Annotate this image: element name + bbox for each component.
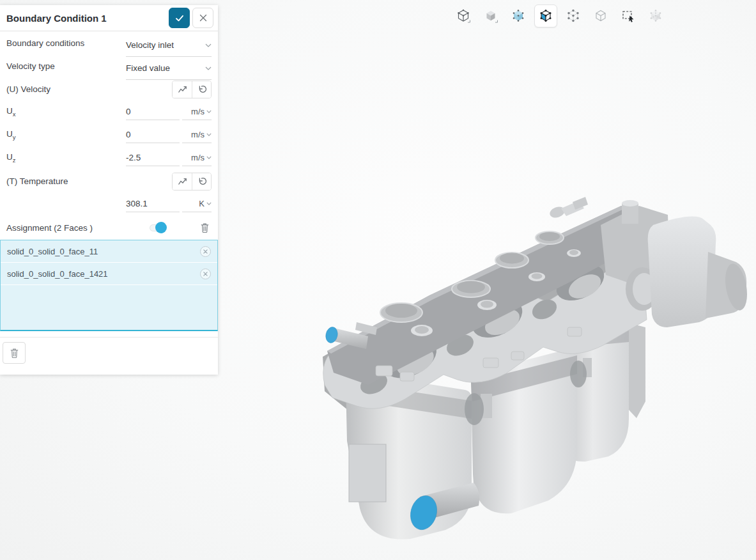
assignment-toggle[interactable] [150,222,167,233]
select-vertex-icon [566,8,581,24]
row-temperature: (T) Temperature [0,169,218,192]
boundary-conditions-select[interactable]: Velocity inlet [126,34,212,57]
close-icon [199,14,207,22]
boundary-condition-panel: Boundary Condition 1 Boundary conditions… [0,5,218,375]
tool-select-hidden[interactable] [644,4,667,27]
uz-unit-value: m/s [191,153,204,162]
face-name: solid_0_solid_0_face_1421 [7,269,200,279]
delete-boundary-condition-button[interactable] [3,342,26,364]
box-select-icon [621,8,636,24]
uy-unit-value: m/s [191,130,204,139]
trash-icon [200,222,210,233]
close-icon [203,272,208,276]
boundary-conditions-value: Velocity inlet [126,40,205,50]
assignment-clear-button[interactable] [197,221,212,235]
row-assignment: Assignment (2 Faces ) [0,215,218,240]
select-edge-icon [593,8,608,24]
row-uz: Uz -2.5 m/s [0,146,218,169]
uz-input[interactable]: -2.5 [126,149,180,166]
ux-unit-value: m/s [191,107,204,116]
close-icon [203,249,208,254]
u-velocity-chart-button[interactable] [173,81,192,98]
toggle-knob [155,222,167,233]
tool-select-vertex[interactable] [562,4,585,27]
tool-shaded-view[interactable] [479,4,502,27]
temperature-unit-value: K [199,199,204,208]
row-boundary-conditions: Boundary conditions Velocity inlet [0,31,218,54]
panel-header: Boundary Condition 1 [0,5,218,31]
panel-title: Boundary Condition 1 [6,13,169,24]
select-hidden-icon [648,8,663,24]
confirm-button[interactable] [169,8,190,28]
uz-unit-select[interactable]: m/s [182,149,212,166]
panel-footer [0,337,218,370]
view-toolbar [452,4,667,27]
tool-view-cube[interactable] [452,4,475,27]
uy-input[interactable]: 0 [126,126,180,143]
ux-label: Ux [6,106,212,118]
u-velocity-actions [172,81,212,98]
chevron-down-icon [206,156,212,159]
view-cube-icon [456,8,471,24]
chevron-down-icon [205,66,212,70]
uz-label: Uz [6,152,212,164]
chart-icon [178,177,187,186]
uy-unit-select[interactable]: m/s [182,126,212,143]
velocity-type-select[interactable]: Fixed value [126,57,212,80]
temperature-reset-button[interactable] [192,173,211,190]
row-uy: Uy 0 m/s [0,123,218,146]
cancel-button[interactable] [192,8,213,28]
ux-input[interactable]: 0 [126,103,180,120]
chart-icon [178,85,187,94]
temperature-input[interactable]: 308.1 [126,195,180,212]
face-remove-button[interactable] [200,246,211,257]
check-icon [175,14,184,22]
shaded-view-icon [483,8,498,24]
row-temperature-value: 308.1 K [0,192,218,215]
select-face-icon [538,8,553,24]
temperature-actions [172,173,212,191]
u-velocity-reset-button[interactable] [192,81,211,98]
temperature-unit-select[interactable]: K [182,195,212,212]
chevron-down-icon [206,110,212,113]
face-list-item[interactable]: solid_0_solid_0_face_1421 [1,263,217,285]
uy-label: Uy [6,129,212,141]
ux-unit-select[interactable]: m/s [182,103,212,120]
velocity-type-value: Fixed value [126,63,205,73]
row-ux: Ux 0 m/s [0,100,218,123]
tool-box-select[interactable] [617,4,640,27]
temperature-chart-button[interactable] [173,173,192,190]
app: Boundary Condition 1 Boundary conditions… [0,0,756,560]
tool-select-edge[interactable] [589,4,612,27]
face-list-item[interactable]: solid_0_solid_0_face_11 [1,240,217,263]
tool-select-volume[interactable] [507,4,530,27]
assignment-label: Assignment (2 Faces ) [6,223,150,233]
row-velocity-type: Velocity type Fixed value [0,54,218,77]
chevron-down-icon [206,202,212,205]
chevron-down-icon [206,133,212,136]
undo-icon [197,177,206,186]
model-fin [628,323,645,418]
select-volume-icon [511,8,526,24]
assignment-faces-list: solid_0_solid_0_face_11 solid_0_solid_0_… [0,240,218,331]
undo-icon [197,85,206,94]
trash-icon [10,348,19,359]
panel-body: Boundary conditions Velocity inlet Veloc… [0,31,218,370]
tool-select-face[interactable] [534,4,557,27]
chevron-down-icon [205,43,212,47]
face-remove-button[interactable] [200,268,211,279]
row-u-velocity: (U) Velocity [0,77,218,100]
face-name: solid_0_solid_0_face_11 [7,247,200,256]
